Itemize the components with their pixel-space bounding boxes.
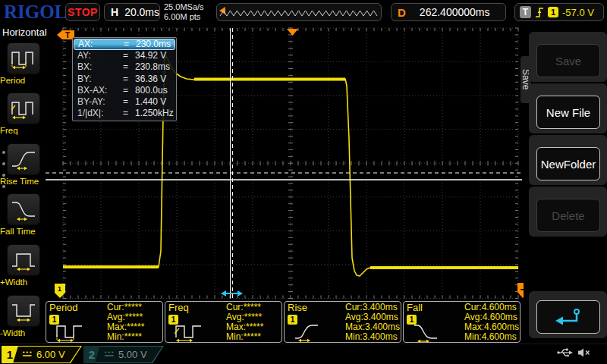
delay-value: 262.400000ms xyxy=(420,6,490,18)
trigger-indicator: T 1 -57.0 V xyxy=(514,3,604,21)
freq-meas-icon xyxy=(175,322,211,343)
rise-meas-icon xyxy=(294,322,330,343)
svg-text:1: 1 xyxy=(58,285,61,293)
horizontal-measure-menu: Horizontal Period Freq xyxy=(0,24,46,345)
back-button[interactable] xyxy=(536,300,600,334)
delay-indicator: D 262.400000ms xyxy=(391,3,506,21)
period-label: Period xyxy=(0,76,46,85)
acquisition-info: 25.0MSa/s 6.00M pts xyxy=(164,2,204,22)
usb-icon xyxy=(556,347,573,358)
plus-width-icon xyxy=(11,249,36,271)
measurement-fall: Fall 1 Cur:4.600ms Avg:4.600ms Max:4.600… xyxy=(403,301,521,343)
menu-slot-5 xyxy=(529,291,607,338)
plus-width-label: +Width xyxy=(0,278,46,287)
measurement-rise: Rise 1 Cur:3.400ms Avg:3.400ms Max:3.400… xyxy=(284,301,401,343)
timebase-value: 20.0ms xyxy=(124,6,159,18)
memory-depth: 6.00M pts xyxy=(164,12,204,22)
run-state-indicator: STOP xyxy=(65,3,100,21)
period-button[interactable] xyxy=(7,42,40,74)
menu-slot-4: Delete xyxy=(529,187,607,237)
rise-time-icon xyxy=(11,148,36,171)
cursor-result-panel: AX: = 230.0ms AY: = 34.92 V BX: = 230.8m… xyxy=(72,37,177,121)
freq-label: Freq xyxy=(0,126,46,135)
channel1-scale: 6.00 V xyxy=(36,346,65,363)
menu-slot-1: Save xyxy=(529,32,607,82)
measurement-period: Period 1 Cur:***** Avg:***** Max:***** M… xyxy=(46,301,163,343)
plus-width-button[interactable] xyxy=(7,244,40,276)
cursor-row-freq: 1/|dX|: = 1.250kHz xyxy=(73,108,176,119)
cursor-row-byay: BY-AY: = 1.440 V xyxy=(73,96,176,108)
oscilloscope-screen: RIGOL STOP H 20.0ms 25.0MSa/s 6.00M pts … xyxy=(0,0,607,364)
timebase-indicator: H 20.0ms xyxy=(104,3,160,21)
period-meas-icon xyxy=(55,322,92,343)
fall-time-button[interactable] xyxy=(7,193,40,225)
rise-time-label: Rise Time xyxy=(0,177,46,186)
minus-width-button[interactable] xyxy=(7,295,40,327)
fall-time-label: Fall Time xyxy=(0,227,46,236)
cursor-row-by: BY: = 36.36 V xyxy=(73,74,176,85)
freq-button[interactable] xyxy=(7,93,40,124)
fall-time-icon xyxy=(11,198,36,221)
memory-waveform-preview xyxy=(216,3,382,21)
new-folder-button[interactable]: NewFolder xyxy=(536,147,600,180)
new-file-button[interactable]: New File xyxy=(536,96,600,129)
menu-title: Horizontal xyxy=(0,24,46,38)
channel-status-bar: 1 6.00 V 2 5.00 V xyxy=(0,344,607,364)
cursor-row-bx: BX: = 230.8ms xyxy=(73,61,176,73)
svg-text:T: T xyxy=(65,31,70,39)
minus-width-label: -Width xyxy=(0,328,46,337)
menu-slot-2: New File xyxy=(529,83,607,133)
trigger-level-value: -57.0 V xyxy=(562,7,594,18)
fall-meas-icon xyxy=(413,322,449,343)
rigol-logo: RIGOL xyxy=(4,2,67,23)
rise-time-button[interactable] xyxy=(7,143,40,175)
dc-coupling-icon xyxy=(22,350,33,358)
preview-waveform xyxy=(219,5,379,20)
return-arrow-icon xyxy=(551,307,586,327)
trigger-source-badge: 1 xyxy=(548,7,558,17)
rising-edge-icon xyxy=(535,6,544,18)
cursor-row-bxax: BX-AX: = 800.0us xyxy=(73,85,176,96)
dc-coupling-icon xyxy=(104,350,115,358)
channel2-scale: 5.00 V xyxy=(118,346,147,363)
delay-label: D xyxy=(398,6,406,19)
run-state-label: STOP xyxy=(68,6,98,18)
save-button[interactable]: Save xyxy=(536,44,600,77)
freq-icon xyxy=(11,97,36,120)
channel2-tab[interactable]: 2 5.00 V xyxy=(83,346,164,363)
menu-slot-3: NewFolder xyxy=(529,135,607,185)
cursor-row-ax[interactable]: AX: = 230.0ms xyxy=(74,39,175,50)
speaker-muted-icon xyxy=(577,347,590,358)
cursor-row-ay: AY: = 34.92 V xyxy=(73,50,176,61)
menu-scroll-dots xyxy=(2,143,5,196)
period-icon xyxy=(11,47,36,70)
channel1-tab[interactable]: 1 6.00 V xyxy=(2,346,82,363)
measurement-freq: Freq 1 Cur:***** Avg:***** Max:***** Min… xyxy=(165,301,282,343)
delete-button[interactable]: Delete xyxy=(536,199,600,232)
trigger-label: T xyxy=(520,6,531,18)
minus-width-icon xyxy=(11,300,36,322)
horizontal-label: H xyxy=(111,6,118,18)
sample-rate: 25.0MSa/s xyxy=(164,2,204,12)
svg-text:T: T xyxy=(519,287,524,292)
